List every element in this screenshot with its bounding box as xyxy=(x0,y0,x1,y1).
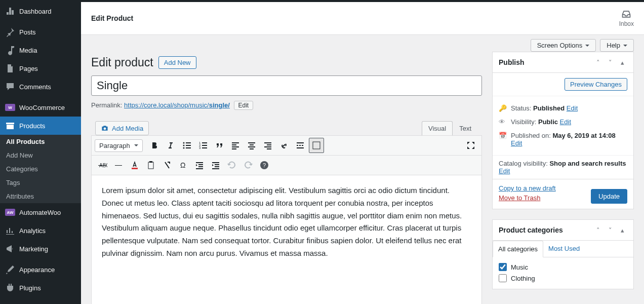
editor-mode-tabs: Visual Text xyxy=(422,121,478,135)
svg-rect-9 xyxy=(148,162,153,169)
blockquote-button[interactable] xyxy=(212,138,227,153)
permalink-edit-button[interactable]: Edit xyxy=(234,101,254,110)
subitem-all-products[interactable]: All Products xyxy=(0,135,81,148)
tab-text[interactable]: Text xyxy=(453,121,478,135)
subitem-attributes[interactable]: Attributes xyxy=(0,189,81,203)
link-button[interactable] xyxy=(276,138,292,153)
sidebar-item-woocommerce[interactable]: W WooCommerce xyxy=(0,98,81,117)
bullet-list-button[interactable] xyxy=(179,138,194,153)
redo-button[interactable] xyxy=(240,158,256,173)
product-title-input[interactable] xyxy=(91,75,482,96)
subitem-add-new[interactable]: Add New xyxy=(0,148,81,162)
camera-icon xyxy=(101,124,109,132)
svg-rect-6 xyxy=(313,142,320,149)
analytics-icon xyxy=(5,225,15,236)
sidebar-label: Appearance xyxy=(19,266,55,274)
page-header-bar: Edit Product Inbox xyxy=(81,2,644,35)
sidebar-item-marketing[interactable]: Marketing xyxy=(0,240,81,258)
update-button[interactable]: Update xyxy=(591,189,627,204)
permalink-row: Permalink: https://core.local/shop/music… xyxy=(91,101,482,110)
subitem-tags[interactable]: Tags xyxy=(0,176,81,189)
box-down-icon[interactable]: ˅ xyxy=(605,57,615,67)
text-color-button[interactable] xyxy=(127,158,142,173)
bold-button[interactable] xyxy=(147,138,162,153)
special-char-button[interactable]: Ω xyxy=(176,158,191,173)
svg-point-1 xyxy=(183,145,184,146)
status-row: 🔑 Status: Published Edit xyxy=(499,101,627,115)
media-icon xyxy=(5,45,15,55)
published-row: 📅 Published on: May 6, 2019 at 14:08Edit xyxy=(499,129,627,150)
strike-button[interactable]: ABC xyxy=(95,158,110,173)
align-left-button[interactable] xyxy=(228,138,243,153)
hr-button[interactable] xyxy=(111,158,126,173)
editor-body[interactable]: Lorem ipsum dolor sit amet, consectetur … xyxy=(92,175,481,304)
permalink-link[interactable]: https://core.local/shop/music/single/ xyxy=(124,101,230,109)
sidebar-label: Plugins xyxy=(19,284,41,292)
comment-icon xyxy=(5,82,15,92)
tab-visual[interactable]: Visual xyxy=(422,121,453,135)
copy-draft-link[interactable]: Copy to a new draft xyxy=(499,184,556,192)
category-checkbox[interactable] xyxy=(499,274,507,282)
sidebar-item-plugins[interactable]: Plugins xyxy=(0,279,81,297)
sidebar-item-automatewoo[interactable]: AW AutomateWoo xyxy=(0,203,81,221)
sidebar-label: Posts xyxy=(19,28,36,36)
category-item[interactable]: Clothing xyxy=(499,273,627,284)
svg-text:Ω: Ω xyxy=(180,161,185,169)
edit-status-link[interactable]: Edit xyxy=(567,104,578,112)
box-toggle-icon[interactable]: ▴ xyxy=(617,57,627,67)
fullscreen-button[interactable] xyxy=(463,138,478,153)
sidebar-item-analytics[interactable]: Analytics xyxy=(0,221,81,240)
help-icon-button[interactable]: ? xyxy=(257,158,272,173)
box-toggle-icon[interactable]: ▴ xyxy=(617,225,627,235)
toolbar-toggle-button[interactable] xyxy=(309,138,324,153)
add-new-button[interactable]: Add New xyxy=(158,56,196,69)
category-checkbox[interactable] xyxy=(499,263,507,271)
format-select[interactable]: Paragraph xyxy=(95,139,143,152)
box-up-icon[interactable]: ˄ xyxy=(593,225,603,235)
category-item[interactable]: Music xyxy=(499,261,627,273)
subitem-categories[interactable]: Categories xyxy=(0,162,81,176)
sidebar-item-media[interactable]: Media xyxy=(0,41,81,59)
calendar-icon: 📅 xyxy=(499,132,507,139)
outdent-button[interactable] xyxy=(192,158,207,173)
plugin-icon xyxy=(5,283,15,293)
automatewoo-icon: AW xyxy=(5,207,15,217)
admin-sidebar: Dashboard Posts Media Pages Comments W W… xyxy=(0,2,81,304)
sidebar-item-posts[interactable]: Posts xyxy=(0,23,81,41)
add-media-button[interactable]: Add Media xyxy=(95,121,149,135)
editor-toolbar-row2: ABC Ω ? xyxy=(92,156,481,175)
sidebar-item-appearance[interactable]: Appearance xyxy=(0,260,81,279)
italic-button[interactable] xyxy=(163,138,178,153)
undo-button[interactable] xyxy=(224,158,239,173)
indent-button[interactable] xyxy=(208,158,223,173)
sidebar-item-comments[interactable]: Comments xyxy=(0,78,81,96)
align-center-button[interactable] xyxy=(244,138,259,153)
move-trash-link[interactable]: Move to Trash xyxy=(499,194,556,202)
sidebar-item-pages[interactable]: Pages xyxy=(0,59,81,78)
align-right-button[interactable] xyxy=(260,138,275,153)
clear-format-button[interactable] xyxy=(159,158,175,173)
edit-date-link[interactable]: Edit xyxy=(511,139,522,147)
editor-toolbar-row1: Paragraph 123 xyxy=(92,136,481,156)
screen-options-button[interactable]: Screen Options xyxy=(531,39,596,52)
tab-most-used[interactable]: Most Used xyxy=(543,241,585,257)
product-categories-box: Product categories ˄ ˅ ▴ All categories … xyxy=(492,219,634,289)
edit-visibility-link[interactable]: Edit xyxy=(560,118,571,126)
sidebar-label: AutomateWoo xyxy=(19,209,61,216)
editor: Paragraph 123 ABC xyxy=(91,135,482,304)
edit-catalog-link[interactable]: Edit xyxy=(499,167,510,175)
preview-changes-button[interactable]: Preview Changes xyxy=(565,78,627,91)
box-down-icon[interactable]: ˅ xyxy=(605,225,615,235)
sidebar-item-products[interactable]: Products xyxy=(0,117,81,135)
sidebar-item-dashboard[interactable]: Dashboard xyxy=(0,2,81,20)
numbered-list-button[interactable]: 123 xyxy=(195,138,211,153)
sidebar-label: WooCommerce xyxy=(19,104,65,111)
read-more-button[interactable] xyxy=(293,138,308,153)
svg-point-0 xyxy=(183,142,184,144)
inbox-button[interactable]: Inbox xyxy=(619,9,634,27)
help-button[interactable]: Help xyxy=(600,39,634,52)
box-up-icon[interactable]: ˄ xyxy=(593,57,603,67)
paste-text-button[interactable] xyxy=(143,158,158,173)
tab-all-categories[interactable]: All categories xyxy=(493,241,543,257)
sidebar-label: Comments xyxy=(19,83,51,91)
